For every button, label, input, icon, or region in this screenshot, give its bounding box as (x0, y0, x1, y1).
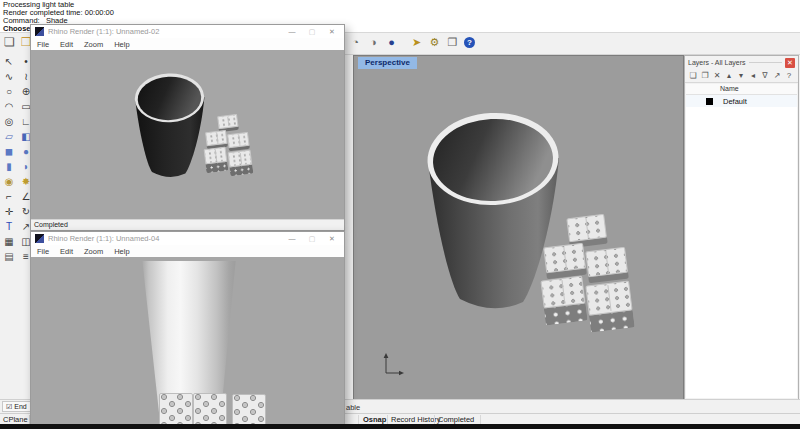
maximize-button[interactable]: ▢ (304, 28, 320, 36)
move-icon[interactable]: ✛ (1, 205, 18, 218)
render-options-gear-icon[interactable]: ⚙ (428, 36, 441, 49)
text-icon[interactable]: T (1, 220, 18, 233)
window-title-bar[interactable]: Rhino Render (1:1): Unnamed-04 — ▢ ✕ (31, 232, 344, 245)
render-region-icon[interactable]: ➤ (410, 36, 423, 49)
render-icon[interactable]: ◔ (349, 36, 362, 49)
render-preview-icon[interactable]: ◑ (367, 36, 380, 49)
arc-icon[interactable]: ◠ (1, 100, 18, 113)
panel-groove (749, 62, 782, 63)
osnap-disable-label-clipped[interactable]: able (346, 403, 360, 412)
render-window-unnamed-04: Rhino Render (1:1): Unnamed-04 — ▢ ✕ Fil… (30, 231, 345, 429)
ellipse-icon[interactable]: ◎ (1, 115, 18, 128)
render-status-bar: Completed (31, 219, 344, 230)
layer-row[interactable]: Default (686, 95, 797, 107)
cylinder-icon[interactable]: ▮ (1, 160, 18, 173)
domino-face (543, 243, 586, 274)
rhino-application-window: Processing light tableRender completed t… (0, 0, 800, 429)
render-window-unnamed-02: Rhino Render (1:1): Unnamed-02 — ▢ ✕ Fil… (30, 24, 345, 231)
domino[interactable] (540, 276, 587, 326)
rendered-domino (193, 393, 227, 427)
domino-face (540, 276, 585, 309)
render-canvas (31, 257, 344, 428)
surface-icon[interactable]: ▱ (1, 130, 18, 143)
circle-icon[interactable]: ○ (1, 85, 18, 98)
domino-face (566, 214, 607, 242)
layers-panel-header[interactable]: Layers - All Layers ✕ (685, 56, 798, 69)
layers-panel-title: Layers - All Layers (688, 59, 746, 66)
help-icon[interactable]: ? (464, 37, 475, 48)
menu-item[interactable]: Zoom (84, 247, 103, 256)
fillet-icon[interactable]: ⌐ (1, 190, 18, 203)
new-layer-icon[interactable]: ❏ (689, 71, 697, 81)
move-up-icon[interactable]: ▴ (725, 71, 733, 81)
menu-item[interactable]: Edit (60, 40, 73, 49)
domino[interactable] (585, 247, 629, 284)
screen-edge-strip (0, 424, 800, 429)
command-history-line: Processing light table (3, 1, 797, 9)
perspective-viewport[interactable]: Perspective (353, 55, 684, 400)
group-icon[interactable]: ▦ (1, 235, 18, 248)
layer-name: Default (723, 97, 747, 106)
command-history-line: Render completed time: 00:00:00 (3, 9, 797, 17)
viewport-layout-icon[interactable]: ❐ (446, 36, 459, 49)
close-panel-button[interactable]: ✕ (785, 58, 795, 68)
rendered-cup (134, 72, 206, 182)
layer-color-swatch[interactable] (706, 98, 713, 105)
render-canvas (31, 50, 344, 219)
cplane-axis-icon (380, 351, 406, 377)
cplane-pane[interactable]: CPlane (3, 415, 30, 424)
domino-face (585, 280, 632, 315)
rendered-domino (159, 393, 193, 427)
window-title-bar[interactable]: Rhino Render (1:1): Unnamed-02 — ▢ ✕ (31, 25, 344, 38)
viewport-title-tab[interactable]: Perspective (358, 57, 417, 69)
curve-icon[interactable]: ∿ (1, 70, 18, 83)
new-sublayer-icon[interactable]: ❐ (701, 71, 709, 81)
rendered-domino (204, 147, 229, 174)
close-button[interactable]: ✕ (324, 28, 340, 36)
layer-name-column-header[interactable]: Name (686, 84, 797, 95)
minimize-button[interactable]: — (284, 235, 300, 242)
layer-tools-icon[interactable]: ↗ (773, 71, 781, 81)
close-button[interactable]: ✕ (324, 235, 340, 243)
domino[interactable] (543, 243, 587, 280)
print-icon[interactable]: ▤ (1, 250, 18, 263)
rendered-domino (232, 394, 266, 427)
layer-help-icon[interactable]: ? (785, 71, 793, 81)
layers-panel: Layers - All Layers ✕ ❏❐✕▴▾◂∇↗? Name Def… (684, 55, 799, 400)
layer-list: Name Default (686, 84, 797, 398)
menu-item[interactable]: Help (114, 40, 129, 49)
window-title: Rhino Render (1:1): Unnamed-04 (48, 234, 280, 243)
menu-item[interactable]: File (37, 247, 49, 256)
move-down-icon[interactable]: ▾ (737, 71, 745, 81)
maximize-button[interactable]: ▢ (304, 235, 320, 243)
rendered-domino (228, 150, 254, 177)
filter-icon[interactable]: ∇ (761, 71, 769, 81)
osnap-toggle[interactable]: Osnap (363, 415, 386, 424)
menu-item[interactable]: Edit (60, 247, 73, 256)
osnap-end-checkbox[interactable]: ☑ End (2, 401, 31, 412)
rendered-domino (227, 132, 250, 151)
collapse-icon[interactable]: ◂ (749, 71, 757, 81)
box-icon[interactable]: ◼ (1, 145, 18, 158)
menu-item[interactable]: Help (114, 247, 129, 256)
domino[interactable] (585, 280, 634, 332)
minimize-button[interactable]: — (284, 28, 300, 35)
select-icon[interactable]: ↖ (1, 55, 18, 68)
domino-face (585, 247, 628, 278)
rhino-render-icon (35, 234, 44, 243)
render-globe-icon[interactable]: ● (385, 36, 398, 49)
rhino-render-icon (35, 27, 44, 36)
window-title: Rhino Render (1:1): Unnamed-02 (48, 27, 280, 36)
boolean-icon[interactable]: ◉ (1, 175, 18, 188)
new-file-icon[interactable]: ❏ (3, 36, 16, 49)
menu-item[interactable]: Zoom (84, 40, 103, 49)
menu-item[interactable]: File (37, 40, 49, 49)
render-status-text: Completed (438, 415, 474, 424)
delete-layer-icon[interactable]: ✕ (713, 71, 721, 81)
